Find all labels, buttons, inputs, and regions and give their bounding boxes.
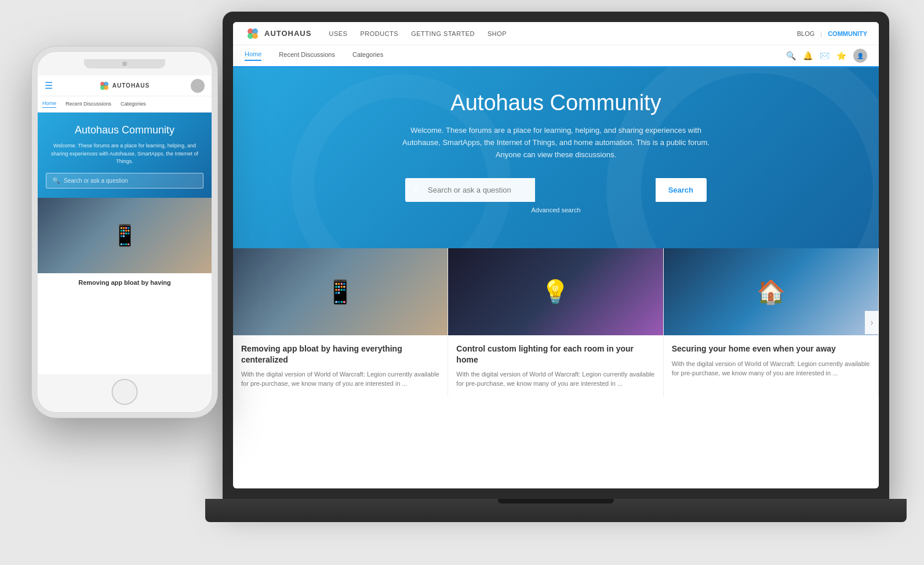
nav-blog[interactable]: BLOG — [797, 30, 815, 37]
message-icon[interactable]: ✉️ — [820, 51, 830, 60]
card-1-image — [233, 248, 448, 335]
phone-user-avatar[interactable] — [191, 79, 205, 93]
hero-search-form: 🔍 Search — [405, 178, 707, 202]
phone-subnav: Home Recent Discussions Categories — [38, 96, 212, 113]
phone-topbar: ☰ AUTOHAUS — [38, 75, 212, 96]
star-icon[interactable]: ⭐ — [836, 51, 846, 60]
tab-recent-discussions[interactable]: Recent Discussions — [279, 51, 335, 60]
site-hero: Autohaus Community Welcome. These forums… — [233, 67, 879, 248]
phone-hero-title: Autohaus Community — [46, 124, 203, 136]
phone-card-section: 📱 Removing app bloat by having — [38, 198, 212, 289]
phone-tab-home[interactable]: Home — [42, 100, 56, 108]
nav-community[interactable]: COMMUNITY — [828, 30, 867, 37]
phone-hero: Autohaus Community Welcome. These forums… — [38, 113, 212, 198]
user-avatar[interactable]: 👤 — [853, 49, 867, 63]
tab-home[interactable]: Home — [245, 50, 261, 61]
tab-categories[interactable]: Categories — [352, 51, 383, 60]
site-cards: Removing app bloat by having everything … — [233, 248, 879, 396]
card-3-title: Securing your home even when your away — [672, 343, 870, 354]
phone-tab-recent[interactable]: Recent Discussions — [66, 101, 111, 108]
phone-tab-categories[interactable]: Categories — [121, 101, 146, 108]
search-icon[interactable]: 🔍 — [786, 51, 796, 60]
card-2[interactable]: Control custom lighting for each room in… — [448, 248, 663, 396]
laptop-base — [205, 499, 907, 522]
logo-text: AUTOHAUS — [264, 29, 311, 38]
site-nav: USES PRODUCTS GETTING STARTED SHOP — [329, 30, 796, 37]
phone-logo-text: AUTOHAUS — [112, 82, 150, 89]
hero-search-button[interactable]: Search — [656, 178, 707, 202]
carousel-next-arrow[interactable]: › — [865, 311, 879, 334]
phone-device: ☰ AUTOHAUS Home Recen — [32, 46, 217, 418]
hero-title: Autohaus Community — [256, 90, 856, 115]
card-2-body: Control custom lighting for each room in… — [448, 335, 663, 396]
phone-camera — [122, 61, 127, 66]
phone-frame: ☰ AUTOHAUS Home Recen — [32, 46, 217, 418]
cards-container: Removing app bloat by having everything … — [233, 248, 879, 396]
hero-search-wrapper: 🔍 — [405, 178, 656, 202]
phone-search-placeholder: Search or ask a question — [64, 178, 128, 184]
hero-search-icon: 🔍 — [412, 186, 421, 194]
card-1-title: Removing app bloat by having everything … — [241, 343, 439, 364]
phone-hero-text: Welcome. These forums are a place for le… — [46, 142, 203, 166]
card-3-text: With the digital version of World of War… — [672, 359, 870, 378]
hero-subtitle: Welcome. These forums are a place for le… — [399, 125, 712, 161]
card-1-body: Removing app bloat by having everything … — [233, 335, 448, 396]
card-3[interactable]: Securing your home even when your away W… — [664, 248, 879, 396]
phone-logo: AUTOHAUS — [57, 80, 191, 92]
phone-home-button[interactable] — [112, 379, 138, 405]
notification-icon[interactable]: 🔔 — [803, 51, 813, 60]
hero-search-input[interactable] — [405, 178, 535, 202]
nav-shop[interactable]: SHOP — [488, 30, 507, 37]
laptop-body: AUTOHAUS USES PRODUCTS GETTING STARTED S… — [223, 12, 889, 499]
phone-search-icon: 🔍 — [52, 177, 60, 184]
phone-card-image: 📱 — [38, 198, 212, 273]
card-3-image — [664, 248, 878, 335]
phone-search-box[interactable]: 🔍 Search or ask a question — [46, 173, 203, 189]
phone-logo-icon — [99, 80, 110, 92]
card-1[interactable]: Removing app bloat by having everything … — [233, 248, 448, 396]
phone-screen: ☰ AUTOHAUS Home Recen — [38, 75, 212, 374]
card-1-text: With the digital version of World of War… — [241, 370, 439, 389]
advanced-search-link[interactable]: Advanced search — [532, 207, 581, 213]
site-logo: AUTOHAUS — [245, 26, 311, 42]
subbar-icons: 🔍 🔔 ✉️ ⭐ 👤 — [786, 49, 867, 63]
nav-getting-started[interactable]: GETTING STARTED — [411, 30, 475, 37]
svg-point-3 — [252, 33, 258, 39]
autohaus-logo-icon — [245, 26, 261, 42]
nav-divider: | — [820, 30, 822, 37]
site-topbar: AUTOHAUS USES PRODUCTS GETTING STARTED S… — [233, 22, 879, 45]
laptop-screen: AUTOHAUS USES PRODUCTS GETTING STARTED S… — [233, 22, 879, 488]
card-2-title: Control custom lighting for each room in… — [456, 343, 654, 364]
card-2-image — [448, 248, 663, 335]
card-3-body: Securing your home even when your away W… — [664, 335, 878, 386]
site-subbar: Home Recent Discussions Categories 🔍 🔔 ✉… — [233, 45, 879, 67]
nav-uses[interactable]: USES — [329, 30, 347, 37]
hero-advanced-search: Advanced search — [256, 207, 856, 213]
svg-point-7 — [104, 85, 108, 90]
phone-menu-icon[interactable]: ☰ — [45, 80, 53, 91]
phone-card-title: Removing app bloat by having — [38, 273, 212, 289]
nav-products[interactable]: PRODUCTS — [360, 30, 398, 37]
site-nav-right: BLOG | COMMUNITY — [797, 30, 867, 37]
card-2-text: With the digital version of World of War… — [456, 370, 654, 389]
laptop-device: AUTOHAUS USES PRODUCTS GETTING STARTED S… — [223, 12, 889, 534]
scene: AUTOHAUS USES PRODUCTS GETTING STARTED S… — [0, 0, 924, 565]
